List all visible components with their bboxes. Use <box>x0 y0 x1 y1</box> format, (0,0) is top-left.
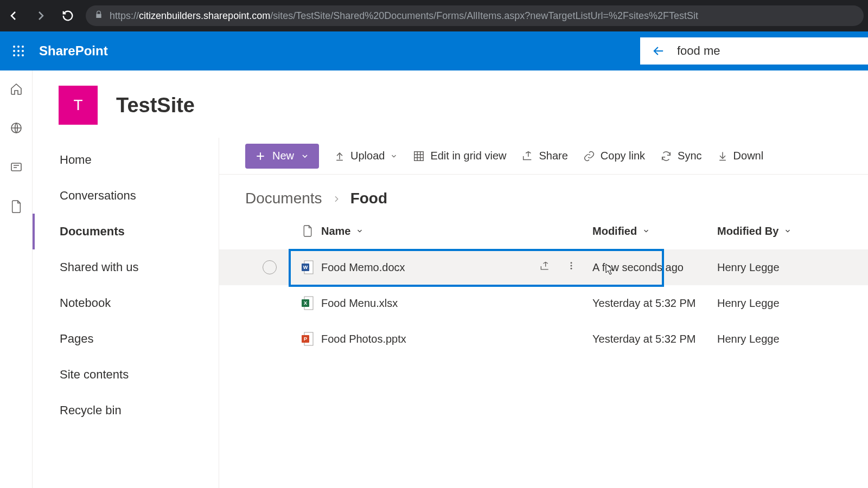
share-button[interactable]: Share <box>521 150 567 162</box>
col-modified-by[interactable]: Modified By <box>717 225 826 237</box>
breadcrumb: Documents Food <box>219 175 868 213</box>
suite-bar: SharePoint <box>0 31 868 70</box>
row-select[interactable] <box>263 260 277 274</box>
download-button[interactable]: Downl <box>717 150 764 162</box>
modified-by-cell[interactable]: Henry Legge <box>717 333 826 345</box>
svg-point-4 <box>17 50 20 52</box>
col-modified[interactable]: Modified <box>592 225 717 237</box>
new-button-label: New <box>272 150 294 162</box>
search-box[interactable] <box>640 37 868 65</box>
nav-item-documents[interactable]: Documents <box>33 214 219 249</box>
reload-button[interactable] <box>59 7 77 25</box>
sync-button[interactable]: Sync <box>660 150 701 162</box>
chevron-down-icon <box>301 152 309 160</box>
nav-item-shared-with-us[interactable]: Shared with us <box>33 249 219 285</box>
site-title[interactable]: TestSite <box>116 94 195 117</box>
svg-point-5 <box>22 50 24 52</box>
table-header: Name Modified Modified By <box>219 213 868 249</box>
file-icon: X <box>294 296 321 310</box>
file-row[interactable]: XFood Menu.xlsxYesterday at 5:32 PMHenry… <box>219 285 868 321</box>
svg-point-0 <box>13 46 15 48</box>
files-icon[interactable] <box>10 200 22 216</box>
file-icon: P <box>294 332 321 346</box>
nav-item-recycle-bin[interactable]: Recycle bin <box>33 393 219 428</box>
svg-point-1 <box>17 46 20 48</box>
nav-item-home[interactable]: Home <box>33 142 219 178</box>
search-input[interactable] <box>677 44 818 58</box>
chevron-right-icon <box>332 190 341 207</box>
nav-item-site-contents[interactable]: Site contents <box>33 357 219 393</box>
nav-item-pages[interactable]: Pages <box>33 321 219 357</box>
selection-highlight <box>289 249 664 287</box>
svg-rect-10 <box>11 163 21 171</box>
nav-item-conversations[interactable]: Conversations <box>33 178 219 214</box>
chevron-down-icon <box>642 227 650 235</box>
svg-point-6 <box>13 54 15 56</box>
forward-button[interactable] <box>31 7 50 25</box>
chevron-down-icon <box>390 152 398 160</box>
browser-toolbar: https://citizenbuilders.sharepoint.com/s… <box>0 0 868 31</box>
svg-point-3 <box>13 50 15 52</box>
svg-point-7 <box>17 54 20 56</box>
file-name[interactable]: Food Menu.xlsx <box>321 297 398 310</box>
svg-text:X: X <box>304 300 307 306</box>
modified-by-cell[interactable]: Henry Legge <box>717 261 826 274</box>
upload-button[interactable]: Upload <box>334 150 398 162</box>
svg-text:P: P <box>304 336 307 342</box>
file-type-icon[interactable] <box>294 224 321 237</box>
search-back-icon[interactable] <box>651 43 666 59</box>
col-name[interactable]: Name <box>321 225 592 237</box>
nav-item-notebook[interactable]: Notebook <box>33 285 219 321</box>
edit-grid-button[interactable]: Edit in grid view <box>413 150 506 162</box>
url-text: https://citizenbuilders.sharepoint.com/s… <box>110 10 698 22</box>
chevron-down-icon <box>784 227 792 235</box>
modified-by-cell[interactable]: Henry Legge <box>717 297 826 310</box>
lock-icon <box>94 10 103 22</box>
product-name[interactable]: SharePoint <box>37 43 108 59</box>
svg-point-8 <box>22 54 24 56</box>
copy-link-button[interactable]: Copy link <box>583 150 645 162</box>
breadcrumb-root[interactable]: Documents <box>245 190 322 207</box>
back-button[interactable] <box>4 7 23 25</box>
file-row[interactable]: PFood Photos.pptxYesterday at 5:32 PMHen… <box>219 321 868 357</box>
left-rail <box>0 70 33 488</box>
home-icon[interactable] <box>10 82 23 98</box>
command-bar: New Upload Edit in grid view Shar <box>219 138 868 175</box>
new-button[interactable]: New <box>245 144 319 169</box>
chevron-down-icon <box>356 227 363 235</box>
news-icon[interactable] <box>10 160 23 176</box>
site-header: T TestSite <box>33 70 868 138</box>
svg-rect-11 <box>414 151 424 160</box>
app-launcher[interactable] <box>0 31 37 70</box>
address-bar[interactable]: https://citizenbuilders.sharepoint.com/s… <box>86 5 864 26</box>
site-nav: HomeConversationsDocumentsShared with us… <box>33 138 219 488</box>
globe-icon[interactable] <box>10 121 23 137</box>
file-name[interactable]: Food Photos.pptx <box>321 333 406 345</box>
breadcrumb-leaf: Food <box>350 190 387 207</box>
modified-cell: Yesterday at 5:32 PM <box>592 297 717 310</box>
svg-point-2 <box>22 46 24 48</box>
modified-cell: Yesterday at 5:32 PM <box>592 333 717 345</box>
site-logo[interactable]: T <box>59 86 98 125</box>
